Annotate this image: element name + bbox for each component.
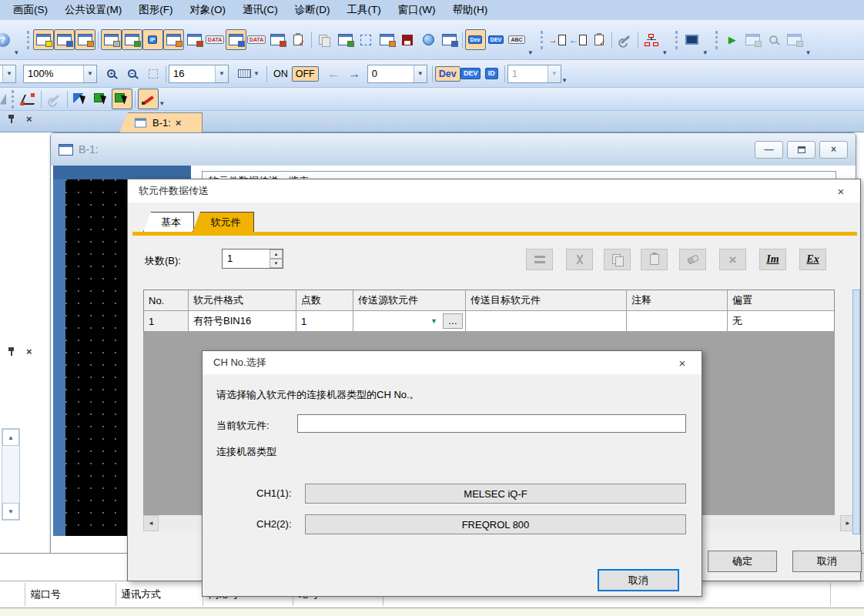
data-browser-button[interactable]	[163, 29, 184, 50]
cell-comment[interactable]	[627, 311, 728, 331]
label-display-button[interactable]: DEV	[460, 63, 481, 84]
switch-window-button[interactable]	[335, 29, 356, 50]
simulator-watch-button[interactable]	[763, 29, 784, 50]
tab-basic[interactable]: 基本	[143, 212, 194, 232]
clipped-combobox[interactable]: ▼	[0, 65, 16, 83]
toolbar-overflow-icon[interactable]: ▾	[563, 76, 567, 87]
copy-button[interactable]	[604, 249, 631, 270]
data-list-button[interactable]: DATA	[246, 29, 267, 50]
data-view-button[interactable]: DATA	[205, 29, 226, 50]
channel-combobox[interactable]: 1 ▼	[507, 65, 561, 83]
menu-common[interactable]: 公共设置(M)	[56, 0, 130, 20]
fit-screen-button[interactable]	[142, 63, 163, 84]
help-button[interactable]: ?	[0, 29, 13, 50]
state-prev-button[interactable]: ←	[323, 63, 344, 84]
ok-button[interactable]: 确定	[708, 551, 777, 572]
insert-block-button[interactable]	[526, 249, 553, 270]
cascade-windows-button[interactable]	[314, 29, 335, 50]
menu-diagnostics[interactable]: 诊断(D)	[286, 0, 339, 20]
dialog-title-bar[interactable]: CH No.选择 ×	[203, 351, 702, 374]
panel-close-icon[interactable]: ×	[26, 114, 32, 124]
line-edit-button[interactable]	[18, 89, 39, 109]
toolbar-overflow-icon[interactable]: ▾	[15, 49, 18, 59]
cell-format[interactable]: 有符号BIN16	[189, 311, 296, 331]
menu-object[interactable]: 对象(O)	[182, 0, 235, 20]
cell-target[interactable]	[466, 311, 627, 331]
menu-screen[interactable]: 画面(S)	[5, 0, 56, 20]
zoom-combobox[interactable]: 100% ▼	[23, 65, 97, 83]
import-button[interactable]: Im	[759, 249, 786, 270]
menu-tools[interactable]: 工具(T)	[339, 0, 390, 20]
menu-figure[interactable]: 图形(F)	[130, 0, 181, 20]
table-vertical-scrollbar[interactable]	[852, 290, 860, 534]
source-device-dropdown[interactable]: ▼	[355, 313, 440, 329]
cancel-button[interactable]: 取消	[598, 569, 679, 591]
ch2-button[interactable]: FREQROL 800	[305, 514, 686, 534]
dropdown-icon[interactable]: ▼	[2, 65, 15, 82]
dropdown-icon[interactable]: ▼	[414, 65, 427, 82]
option-button[interactable]	[44, 89, 65, 109]
toolbar-overflow-icon[interactable]: ▾	[663, 49, 667, 59]
id-display-button[interactable]: ID	[481, 63, 502, 84]
screen-setting-button[interactable]	[377, 29, 397, 50]
dropdown-icon[interactable]: ▼	[253, 70, 260, 77]
menu-help[interactable]: 帮助(H)	[444, 0, 496, 20]
cell-points[interactable]: 1	[296, 311, 353, 331]
communication-setting-button[interactable]	[418, 29, 439, 50]
ch1-button[interactable]: MELSEC iQ-F	[305, 484, 686, 504]
restore-button[interactable]	[787, 141, 815, 159]
state-combobox[interactable]: 0 ▼	[367, 65, 427, 83]
toolbar-gripper[interactable]	[675, 31, 679, 49]
left-panel-scrollbar[interactable]: ▲ ▼	[2, 428, 20, 521]
device-on-button[interactable]: ON	[270, 66, 292, 82]
dialog-close-icon[interactable]: ×	[674, 357, 691, 370]
menu-window[interactable]: 窗口(W)	[390, 0, 444, 20]
current-device-field[interactable]	[297, 414, 686, 433]
select-object-button[interactable]	[70, 89, 91, 109]
screen-preview-button[interactable]	[101, 29, 122, 50]
tab-b1[interactable]: B-1: ×	[119, 112, 203, 132]
simulator-update-button[interactable]	[742, 29, 763, 50]
device-off-button[interactable]: OFF	[292, 66, 319, 82]
ip-setting-button[interactable]: IP	[142, 29, 163, 50]
scroll-left-button[interactable]: ◄	[143, 515, 159, 531]
tab-close-icon[interactable]: ×	[176, 118, 182, 128]
menu-communication[interactable]: 通讯(C)	[234, 0, 286, 20]
dropdown-icon[interactable]: ▼	[215, 65, 228, 82]
data-check-button[interactable]	[267, 29, 288, 50]
source-device-browse-button[interactable]: …	[443, 313, 463, 329]
frame-select-button[interactable]	[356, 29, 377, 50]
write-to-got-button[interactable]: →	[547, 29, 568, 50]
toolbar-gripper[interactable]	[715, 31, 719, 49]
dialog-close-icon[interactable]: ×	[832, 185, 849, 198]
verify-button[interactable]: ✓	[288, 29, 309, 50]
grid-color-button[interactable]: ▼	[233, 63, 264, 84]
paste-button[interactable]	[641, 249, 668, 270]
clear-button[interactable]	[679, 249, 706, 270]
scroll-up-button[interactable]: ▲	[2, 429, 19, 446]
new-window-screen-button[interactable]	[54, 29, 75, 50]
window-title-bar[interactable]: B-1: — ×	[51, 133, 856, 166]
simulator-start-button[interactable]: ▶	[722, 29, 742, 50]
minimize-button[interactable]: —	[755, 141, 783, 159]
cell-offset[interactable]: 无	[728, 311, 834, 331]
cut-button[interactable]	[566, 249, 593, 270]
select-all-button[interactable]	[112, 89, 132, 109]
select-figure-button[interactable]	[91, 89, 112, 109]
screen-property-button[interactable]	[75, 29, 95, 50]
toolbar-gripper[interactable]	[541, 31, 544, 49]
scroll-down-button[interactable]: ▼	[2, 503, 19, 520]
zoom-in-button[interactable]: +	[101, 63, 122, 84]
dropdown-icon[interactable]: ▼	[83, 65, 96, 82]
toolbar-overflow-icon[interactable]: ▾	[704, 49, 708, 59]
edit-pen-button[interactable]	[138, 89, 159, 109]
comm-config-button[interactable]	[615, 29, 635, 50]
object-list-button[interactable]	[122, 29, 142, 50]
new-screen-button[interactable]	[33, 29, 54, 50]
pin-icon[interactable]	[8, 346, 15, 357]
close-button[interactable]: ×	[819, 141, 848, 159]
export-button[interactable]: Ex	[799, 249, 826, 270]
tab-device[interactable]: 软元件	[193, 212, 254, 232]
toolbar-overflow-icon[interactable]: ▾	[806, 49, 810, 59]
device-list-button[interactable]: DEV	[486, 29, 507, 50]
